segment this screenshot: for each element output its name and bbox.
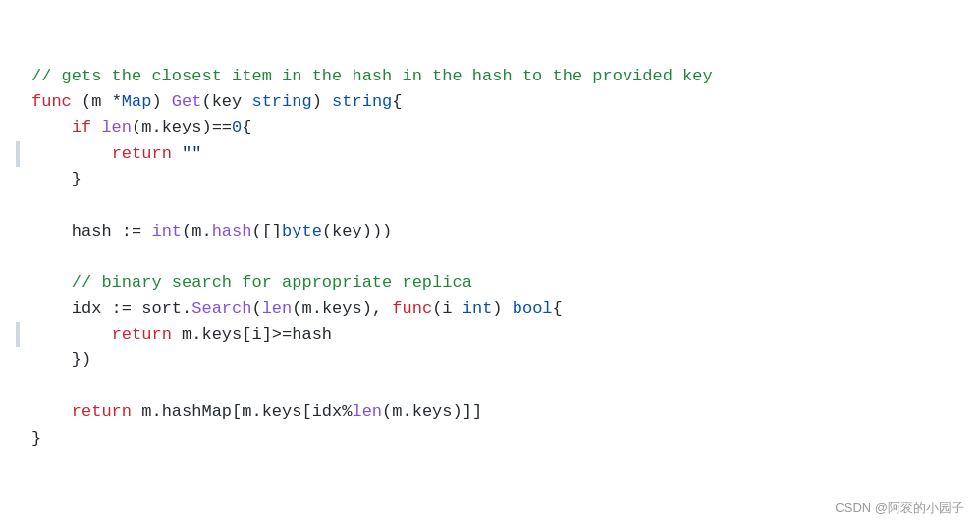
line-bar bbox=[16, 89, 20, 115]
line-content bbox=[31, 244, 964, 270]
line-bar bbox=[16, 244, 20, 270]
token: := sort. bbox=[101, 299, 191, 318]
token bbox=[31, 402, 72, 421]
token: m.hashMap[m.keys[idx% bbox=[132, 402, 352, 421]
token: len bbox=[101, 118, 132, 136]
line-bar bbox=[16, 192, 20, 218]
token: ) bbox=[312, 92, 332, 111]
token: (m. bbox=[182, 222, 212, 240]
code-line: hash := int(m.hash([]byte(key))) bbox=[16, 219, 964, 244]
token bbox=[31, 350, 72, 369]
token: } bbox=[72, 170, 82, 188]
code-line: return m.keys[i]>=hash bbox=[16, 322, 964, 347]
line-bar bbox=[16, 347, 20, 373]
token: Get bbox=[172, 92, 202, 111]
line-content: return m.keys[i]>=hash bbox=[31, 322, 964, 347]
token: if bbox=[72, 118, 91, 136]
token: (key bbox=[201, 92, 251, 111]
token: m.keys[i]>=hash bbox=[172, 325, 332, 343]
line-content bbox=[31, 192, 964, 218]
code-line: // gets the closest item in the hash in … bbox=[16, 64, 964, 89]
token: (key))) bbox=[322, 222, 392, 240]
token: ) bbox=[151, 92, 171, 111]
token bbox=[91, 118, 101, 136]
token: // binary search for appropriate replica bbox=[72, 273, 472, 291]
line-content bbox=[31, 374, 964, 399]
code-block: // gets the closest item in the hash in … bbox=[0, 8, 980, 455]
line-content: // binary search for appropriate replica bbox=[31, 270, 964, 295]
watermark: CSDN @阿衮的小园子 bbox=[835, 499, 964, 518]
code-line: } bbox=[16, 426, 964, 451]
token bbox=[31, 144, 112, 163]
token: }) bbox=[72, 350, 91, 369]
token: int bbox=[463, 299, 493, 318]
code-container: // gets the closest item in the hash in … bbox=[0, 0, 980, 528]
code-line: idx := sort.Search(len(m.keys), func(i i… bbox=[16, 296, 964, 322]
line-content: func (m *Map) Get(key string) string{ bbox=[31, 89, 964, 115]
token: string bbox=[332, 92, 392, 111]
code-line bbox=[16, 192, 964, 218]
token: // gets the closest item in the hash in … bbox=[31, 67, 713, 85]
token: } bbox=[31, 429, 41, 448]
token: (m bbox=[72, 92, 112, 111]
token: hash bbox=[72, 222, 112, 240]
code-line: }) bbox=[16, 347, 964, 373]
token: return bbox=[112, 144, 172, 163]
line-content: } bbox=[31, 167, 964, 192]
line-content: if len(m.keys)==0{ bbox=[31, 115, 964, 140]
line-bar bbox=[16, 219, 20, 244]
line-bar bbox=[16, 296, 20, 322]
token: Search bbox=[191, 299, 251, 318]
token: len bbox=[352, 402, 382, 421]
token: byte bbox=[282, 222, 322, 240]
line-bar bbox=[16, 322, 20, 347]
token: ([] bbox=[251, 222, 282, 240]
token: return bbox=[72, 402, 132, 421]
line-bar bbox=[16, 64, 20, 89]
code-line: if len(m.keys)==0{ bbox=[16, 115, 964, 140]
code-line: return m.hashMap[m.keys[idx%len(m.keys)]… bbox=[16, 399, 964, 425]
token: (m.keys), bbox=[292, 299, 392, 318]
token: len bbox=[262, 299, 293, 318]
token: bool bbox=[513, 299, 553, 318]
line-bar bbox=[16, 141, 20, 167]
token: * bbox=[112, 92, 122, 111]
token: ( bbox=[251, 299, 261, 318]
token: "" bbox=[182, 144, 201, 163]
token: return bbox=[112, 325, 172, 343]
code-line bbox=[16, 374, 964, 399]
token bbox=[31, 325, 112, 343]
token bbox=[172, 144, 182, 163]
line-content: hash := int(m.hash([]byte(key))) bbox=[31, 219, 964, 244]
token: hash bbox=[212, 222, 252, 240]
line-bar bbox=[16, 167, 20, 192]
code-line bbox=[16, 244, 964, 270]
code-line: // binary search for appropriate replica bbox=[16, 270, 964, 295]
token: Map bbox=[122, 92, 152, 111]
line-content: return "" bbox=[31, 141, 964, 167]
token bbox=[31, 273, 72, 291]
line-content: // gets the closest item in the hash in … bbox=[31, 64, 964, 89]
line-bar bbox=[16, 399, 20, 425]
token: int bbox=[151, 222, 182, 240]
token: (i bbox=[432, 299, 463, 318]
line-bar bbox=[16, 426, 20, 451]
token: := bbox=[112, 222, 152, 240]
code-line: return "" bbox=[16, 141, 964, 167]
line-content: } bbox=[31, 426, 964, 451]
token bbox=[31, 118, 72, 136]
token: { bbox=[392, 92, 402, 111]
token: 0 bbox=[232, 118, 242, 136]
code-line: } bbox=[16, 167, 964, 192]
line-content: }) bbox=[31, 347, 964, 373]
token: (m.keys)]] bbox=[382, 402, 482, 421]
token bbox=[31, 299, 72, 318]
code-line: func (m *Map) Get(key string) string{ bbox=[16, 89, 964, 115]
token: idx bbox=[72, 299, 102, 318]
token: func bbox=[31, 92, 72, 111]
token: (m.keys)== bbox=[132, 118, 232, 136]
token bbox=[31, 170, 72, 188]
token: { bbox=[553, 299, 563, 318]
token: func bbox=[392, 299, 432, 318]
line-bar bbox=[16, 115, 20, 140]
